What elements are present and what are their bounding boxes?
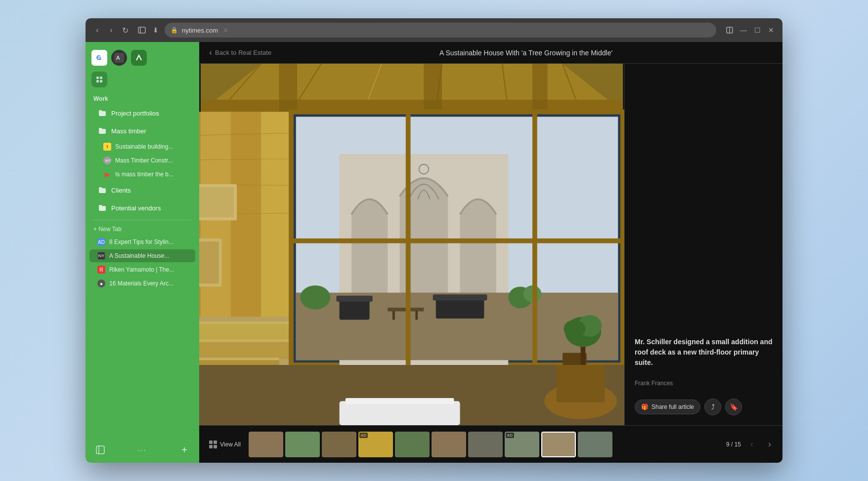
svg-rect-57 (392, 311, 395, 320)
filmstrip: View All AD (199, 425, 782, 463)
svg-rect-7 (96, 77, 99, 79)
thumb-6[interactable] (432, 432, 466, 457)
page-total: 15 (735, 441, 741, 448)
prev-arrow-button[interactable]: ‹ (745, 438, 759, 451)
mass-timber-constr-icon: MT (103, 157, 111, 164)
right-panel-spacer (635, 74, 773, 309)
8-expert-tips-tab-label: 8 Expert Tips for Stylin... (109, 239, 174, 245)
url-display: nytimes.com (182, 27, 218, 34)
sidebar-extra-icons (86, 70, 199, 91)
gift-icon: 🎁 (641, 403, 649, 410)
address-bar[interactable]: 🔒 nytimes.com ≡ (165, 23, 716, 38)
app-logo[interactable] (131, 50, 147, 66)
sidebar-bottom: ··· + (86, 437, 199, 463)
thumb-5[interactable] (395, 432, 430, 457)
download-icon[interactable]: ⬇ (151, 25, 161, 35)
back-button[interactable]: ‹ (91, 24, 103, 36)
clients-folder-icon (97, 185, 107, 195)
next-arrow-button[interactable]: › (763, 438, 777, 451)
svg-rect-58 (415, 311, 418, 320)
sidebar-add-button[interactable]: + (177, 443, 191, 457)
bookmark-icon: 🔖 (730, 403, 738, 411)
folder-icon (97, 108, 107, 118)
main-image-area (199, 64, 624, 425)
svg-rect-64 (532, 112, 537, 365)
bookmark-button[interactable]: 🔖 (725, 399, 742, 415)
svg-rect-39 (199, 341, 291, 359)
thumb-9[interactable] (541, 432, 576, 457)
new-tab-button[interactable]: + New Tab (86, 223, 199, 235)
svg-text:A: A (116, 55, 120, 61)
right-panel: Mr. Schiller designed a small addition a… (624, 64, 782, 425)
16-materials-tab-label: 16 Materials Every Arc... (109, 280, 174, 287)
riken-yamamoto-favicon: R (97, 266, 105, 274)
sidebar-divider (93, 220, 191, 220)
project-portfolios-label: Project portfolios (111, 110, 159, 117)
sidebar-toggle-icon[interactable] (137, 25, 147, 35)
sustainable-house-favicon: NY (97, 252, 105, 260)
sidebar-tab-sustainable-house[interactable]: NY A Sustainable House... (89, 249, 195, 262)
youtube-icon: ▶ (103, 170, 111, 178)
share-article-label: Share full article (651, 403, 694, 410)
sidebar-dots[interactable]: ··· (138, 446, 147, 454)
back-to-real-estate-link[interactable]: ‹ Back to Real Estate (209, 47, 271, 58)
sidebar-top-icons: G A (86, 46, 199, 70)
split-view-button[interactable] (724, 25, 735, 36)
sidebar-item-project-portfolios[interactable]: Project portfolios (89, 105, 195, 121)
svg-rect-52 (340, 299, 370, 320)
thumb-10[interactable] (578, 432, 612, 457)
svg-point-59 (300, 285, 330, 310)
sidebar-item-clients[interactable]: Clients (89, 182, 195, 199)
back-link-text: Back to Real Estate (215, 49, 271, 56)
maximize-button[interactable]: ☐ (752, 25, 763, 36)
svg-rect-9 (96, 80, 99, 82)
reload-button[interactable]: ↻ (119, 24, 131, 36)
svg-rect-42 (199, 321, 303, 324)
svg-text:MT: MT (105, 159, 111, 163)
thumb-2[interactable] (285, 432, 320, 457)
thumb-8[interactable]: AD (505, 432, 539, 457)
svg-rect-63 (406, 112, 411, 365)
svg-rect-76 (199, 187, 234, 217)
forward-button[interactable]: › (105, 24, 117, 36)
sidebar-item-mass-timber[interactable]: Mass timber (89, 122, 195, 139)
sidebar-sub-item-sustainable-building[interactable]: ! Sustainable building... (89, 140, 195, 153)
thumb-7[interactable] (468, 432, 503, 457)
browser-body: G A (86, 42, 782, 463)
svg-rect-25 (279, 64, 298, 112)
nav-buttons: ‹ › ↻ (91, 24, 131, 36)
thumb-3[interactable] (322, 432, 356, 457)
article-page-title: A Sustainable House With 'a Tree Growing… (279, 49, 773, 57)
sidebar-sub-item-mass-timber-constr[interactable]: MT Mass Timber Constr... (89, 154, 195, 167)
sidebar-collapse-icon[interactable] (93, 443, 107, 457)
svg-rect-10 (100, 80, 102, 82)
share-article-button[interactable]: 🎁 Share full article (635, 400, 700, 414)
image-author: Frank Frances (635, 380, 773, 387)
view-all-button[interactable]: View All (205, 438, 245, 451)
thumb-1[interactable] (249, 432, 283, 457)
sidebar-tab-16-materials[interactable]: ● 16 Materials Every Arc... (89, 277, 195, 290)
close-button[interactable]: ✕ (766, 25, 777, 36)
forward-share-button[interactable]: ⤴ (704, 399, 721, 415)
sustainable-building-label: Sustainable building... (115, 143, 173, 150)
view-all-label: View All (220, 441, 241, 448)
sidebar-item-potential-vendors[interactable]: Potential vendors (89, 200, 195, 216)
sidebar-sub-item-is-mass-timber[interactable]: ▶ Is mass timber the b... (89, 168, 195, 181)
page-separator: / (731, 441, 735, 448)
thumb-4[interactable]: AD (358, 432, 393, 457)
mass-timber-constr-label: Mass Timber Constr... (115, 157, 173, 164)
extra-icon-button[interactable] (91, 72, 107, 87)
16-materials-favicon: ● (97, 280, 105, 287)
svg-rect-0 (138, 27, 145, 33)
vendors-folder-icon (97, 203, 107, 213)
sidebar-tab-riken-yamamoto[interactable]: R Riken Yamamoto | The... (89, 263, 195, 276)
filmstrip-thumbnails: AD AD (249, 432, 722, 457)
svg-rect-69 (340, 401, 460, 425)
svg-rect-67 (557, 365, 605, 402)
user-avatar[interactable]: A (111, 50, 127, 66)
image-caption: Mr. Schiller designed a small addition a… (635, 317, 773, 368)
google-icon-button[interactable]: G (91, 50, 107, 66)
sidebar-tab-8-expert-tips[interactable]: AD 8 Expert Tips for Stylin... (89, 236, 195, 248)
svg-text:G: G (96, 54, 101, 61)
minimize-button[interactable]: — (738, 25, 749, 36)
